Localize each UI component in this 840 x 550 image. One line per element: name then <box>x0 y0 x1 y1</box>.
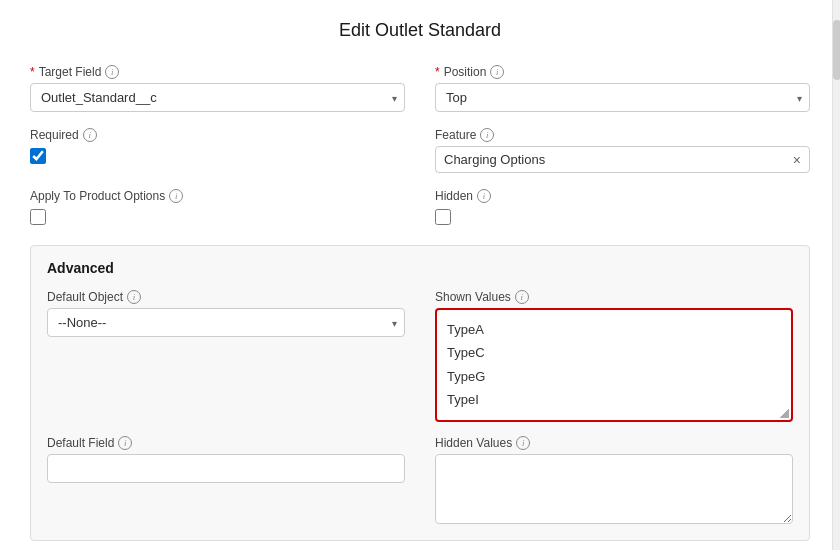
apply-product-info-icon[interactable]: i <box>169 189 183 203</box>
position-label: * Position i <box>435 65 810 79</box>
required-label: Required i <box>30 128 405 142</box>
target-field-select-wrapper: Outlet_Standard__c ▾ <box>30 83 405 112</box>
shown-values-field-group: Shown Values i TypeA TypeC TypeG TypeI <box>435 290 793 422</box>
default-object-info-icon[interactable]: i <box>127 290 141 304</box>
default-object-select-wrapper: --None-- ▾ <box>47 308 405 337</box>
apply-product-checkbox-wrapper <box>30 209 405 225</box>
position-required-star: * <box>435 65 440 79</box>
scrollbar-track <box>832 0 840 550</box>
feature-field-group: Feature i Charging Options × <box>435 128 810 173</box>
target-field-info-icon[interactable]: i <box>105 65 119 79</box>
default-object-field-group: Default Object i --None-- ▾ <box>47 290 405 422</box>
required-checkbox-wrapper <box>30 148 405 164</box>
target-field-group: * Target Field i Outlet_Standard__c ▾ <box>30 65 405 112</box>
default-object-label: Default Object i <box>47 290 405 304</box>
hidden-values-textarea[interactable] <box>435 454 793 524</box>
feature-tag: Charging Options <box>444 152 793 167</box>
resize-handle[interactable] <box>779 408 789 418</box>
shown-values-box[interactable]: TypeA TypeC TypeG TypeI <box>435 308 793 422</box>
feature-input-wrapper[interactable]: Charging Options × <box>435 146 810 173</box>
required-field-group: Required i <box>30 128 405 173</box>
default-field-info-icon[interactable]: i <box>118 436 132 450</box>
target-field-label: * Target Field i <box>30 65 405 79</box>
feature-label: Feature i <box>435 128 810 142</box>
hidden-values-label: Hidden Values i <box>435 436 793 450</box>
feature-close-icon[interactable]: × <box>793 153 801 167</box>
advanced-grid: Default Object i --None-- ▾ Shown Values… <box>47 290 793 524</box>
hidden-field-group: Hidden i <box>435 189 810 225</box>
default-field-group: Default Field i <box>47 436 405 524</box>
edit-outlet-standard-page: Edit Outlet Standard * Target Field i Ou… <box>0 0 840 550</box>
advanced-section: Advanced Default Object i --None-- ▾ Sho… <box>30 245 810 541</box>
shown-values-info-icon[interactable]: i <box>515 290 529 304</box>
target-field-select[interactable]: Outlet_Standard__c <box>30 83 405 112</box>
shown-value-typeg: TypeG <box>447 365 781 388</box>
hidden-values-field-group: Hidden Values i <box>435 436 793 524</box>
default-field-label: Default Field i <box>47 436 405 450</box>
default-object-select[interactable]: --None-- <box>47 308 405 337</box>
shown-value-typea: TypeA <box>447 318 781 341</box>
position-select-wrapper: TopBottomLeftRight ▾ <box>435 83 810 112</box>
position-info-icon[interactable]: i <box>490 65 504 79</box>
apply-product-field-group: Apply To Product Options i <box>30 189 405 225</box>
scrollbar-thumb[interactable] <box>833 20 840 80</box>
apply-product-checkbox[interactable] <box>30 209 46 225</box>
required-info-icon[interactable]: i <box>83 128 97 142</box>
hidden-values-info-icon[interactable]: i <box>516 436 530 450</box>
page-title: Edit Outlet Standard <box>30 20 810 41</box>
shown-value-typec: TypeC <box>447 341 781 364</box>
main-form: * Target Field i Outlet_Standard__c ▾ * … <box>30 65 810 225</box>
required-checkbox[interactable] <box>30 148 46 164</box>
position-field-group: * Position i TopBottomLeftRight ▾ <box>435 65 810 112</box>
default-field-input[interactable] <box>47 454 405 483</box>
hidden-checkbox-wrapper <box>435 209 810 225</box>
required-star: * <box>30 65 35 79</box>
feature-info-icon[interactable]: i <box>480 128 494 142</box>
hidden-label: Hidden i <box>435 189 810 203</box>
apply-product-label: Apply To Product Options i <box>30 189 405 203</box>
hidden-checkbox[interactable] <box>435 209 451 225</box>
shown-values-label: Shown Values i <box>435 290 793 304</box>
hidden-info-icon[interactable]: i <box>477 189 491 203</box>
shown-value-typei: TypeI <box>447 388 781 411</box>
position-select[interactable]: TopBottomLeftRight <box>435 83 810 112</box>
advanced-title: Advanced <box>47 260 793 276</box>
